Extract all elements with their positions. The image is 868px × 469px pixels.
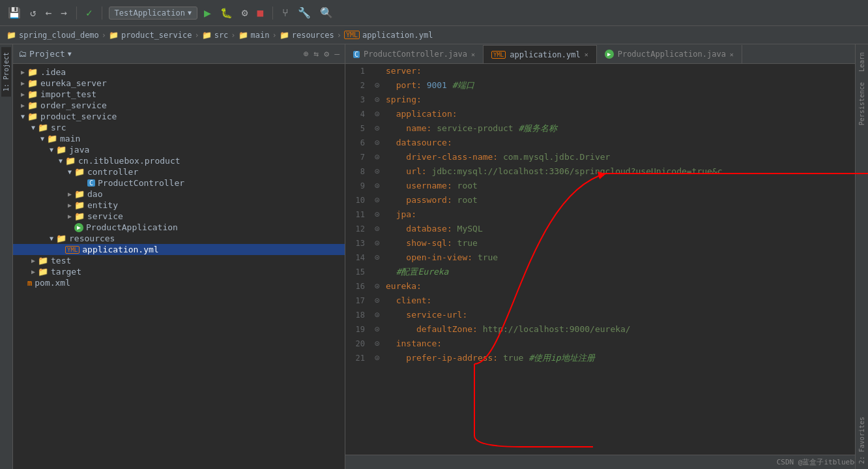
code-line-14: 14 ⊙ open-in-view: true (345, 250, 868, 265)
line-number: 19 (345, 322, 371, 337)
tree-item-java[interactable]: ▼ 📁 java (13, 144, 345, 155)
tab-product-application[interactable]: ▶ ProductApplication.java ✕ (597, 45, 742, 63)
tree-item-cn[interactable]: ▼ 📁 cn.itbluebox.product (13, 155, 345, 166)
toolbar-forward-icon[interactable]: → (58, 5, 70, 20)
code-line-9: 9 ⊙ username: root (345, 179, 868, 193)
tab-close-icon[interactable]: ✕ (585, 51, 588, 58)
code-line-16: 16 ⊙ eureka: (345, 279, 868, 294)
tree-label: application.yml (82, 245, 158, 254)
line-number: 8 (345, 164, 371, 179)
line-number: 14 (345, 250, 371, 265)
tree-label: .idea (40, 67, 66, 77)
gear-icon[interactable]: ⚙ (324, 49, 329, 59)
tree-item-pom[interactable]: ▶ m pom.xml (13, 277, 345, 288)
folder-icon: 📁 (74, 189, 85, 199)
tree-item-import-test[interactable]: ▶ 📁 import_test (13, 89, 345, 100)
line-gutter: ⊙ (371, 107, 383, 121)
debug-icon[interactable]: 🐛 (218, 6, 235, 20)
folder-icon: 📁 (38, 256, 48, 265)
tab-close-icon[interactable]: ✕ (471, 51, 475, 58)
xml-icon: m (27, 279, 32, 288)
line-content: datasource: (383, 136, 868, 150)
tab-application-yml[interactable]: YML application.yml ✕ (484, 45, 597, 63)
tree-item-service[interactable]: ▶ 📁 service (13, 211, 345, 222)
line-gutter: ⊙ (371, 236, 383, 250)
tree-item-idea[interactable]: ▶ 📁 .idea (13, 67, 345, 78)
tree-item-test[interactable]: ▶ 📁 test (13, 255, 345, 266)
tree-arrow: ▶ (29, 268, 38, 275)
tab-product-controller[interactable]: C ProductController.java ✕ (345, 45, 484, 63)
tree-item-main[interactable]: ▼ 📁 main (13, 133, 345, 144)
run-icon[interactable]: ▶ (201, 5, 214, 21)
code-line-11: 11 ⊙ jpa: (345, 207, 868, 222)
line-gutter: ⊙ (371, 351, 383, 365)
chevron-down-icon[interactable]: ▼ (68, 50, 72, 57)
tree-item-productapplication[interactable]: ▶ ▶ ProductApplication (13, 222, 345, 233)
breadcrumb-product-service[interactable]: 📁 product_service (109, 31, 192, 40)
tree-item-resources[interactable]: ▼ 📁 resources (13, 233, 345, 244)
tree-arrow: ▼ (38, 135, 47, 142)
code-line-21: 21 ⊙ prefer-ip-address: true #使用ip地址注册 (345, 351, 868, 365)
stop-icon[interactable]: ■ (254, 5, 266, 20)
tree-arrow: ▶ (18, 102, 27, 109)
breadcrumb-product-service-label: product_service (121, 31, 192, 40)
tree-item-application-yml[interactable]: ▶ YML application.yml (13, 244, 345, 255)
minimize-icon[interactable]: — (334, 49, 340, 59)
line-content: server: (383, 64, 868, 78)
breadcrumb-main[interactable]: 📁 main (239, 31, 270, 40)
line-gutter: ⊙ (371, 279, 383, 294)
line-content: show-sql: true (383, 236, 868, 250)
breadcrumb-root[interactable]: 📁 spring_cloud_demo (7, 31, 99, 40)
breadcrumb-resources[interactable]: 📁 resources (280, 31, 334, 40)
locate-icon[interactable]: ⊕ (304, 49, 309, 59)
folder-icon: 📁 (7, 31, 16, 40)
tree-item-dao[interactable]: ▶ 📁 dao (13, 189, 345, 200)
project-tree: ▶ 📁 .idea ▶ 📁 eureka_server ▶ 📁 import_t… (13, 64, 345, 469)
tree-item-order-service[interactable]: ▶ 📁 order_service (13, 100, 345, 111)
code-line-18: 18 ⊙ service-url: (345, 308, 868, 322)
breadcrumb-src-label: src (214, 31, 229, 40)
toolbar-back-icon[interactable]: ← (43, 5, 55, 20)
toolbar-refresh-icon[interactable]: ↺ (27, 5, 39, 20)
tree-label: dao (87, 189, 102, 199)
line-number: 2 (345, 78, 371, 93)
settings-icon[interactable]: 🔧 (295, 5, 313, 20)
line-number: 11 (345, 207, 371, 222)
search-icon[interactable]: 🔍 (317, 5, 336, 20)
tree-item-controller[interactable]: ▼ 📁 controller (13, 166, 345, 177)
line-content: database: MySQL (383, 222, 868, 236)
sidebar-item-learn[interactable]: Learn (857, 47, 867, 77)
sidebar-item-persistence[interactable]: Persistence (857, 77, 867, 130)
tree-item-entity[interactable]: ▶ 📁 entity (13, 200, 345, 211)
line-gutter: ⊙ (371, 322, 383, 337)
line-content: port: 9001 #端口 (383, 78, 868, 93)
coverage-icon[interactable]: ⚙ (239, 5, 251, 20)
code-line-2: 2 ⊙ port: 9001 #端口 (345, 78, 868, 93)
line-gutter: ⊙ (371, 193, 383, 207)
tree-item-product-service[interactable]: ▼ 📁 product_service (13, 111, 345, 122)
tree-label: resources (69, 234, 115, 243)
git-icon[interactable]: ⑂ (280, 5, 291, 20)
breadcrumb-src[interactable]: 📁 src (202, 31, 229, 40)
sidebar-item-favorites[interactable]: 2: Favorites (857, 412, 867, 469)
code-editor[interactable]: 1 server: 2 ⊙ port: 9001 #端口 3 ⊙ spring: (345, 64, 868, 455)
yml-icon: YML (344, 31, 360, 39)
toolbar-check-icon[interactable]: ✓ (83, 5, 95, 20)
project-panel-header: 🗂 Project ▼ ⊕ ⇆ ⚙ — (13, 44, 345, 64)
tree-item-target[interactable]: ▶ 📁 target (13, 266, 345, 277)
breadcrumb-yml-label: application.yml (362, 31, 433, 40)
editor-area: C ProductController.java ✕ YML applicati… (345, 44, 868, 469)
app-selector[interactable]: TestApplication ▼ (109, 7, 197, 20)
tree-item-productcontroller[interactable]: ▶ C ProductController (13, 177, 345, 189)
tree-label: src (51, 123, 66, 132)
code-line-1: 1 server: (345, 64, 868, 78)
collapse-icon[interactable]: ⇆ (314, 49, 319, 59)
folder-icon: 📁 (38, 123, 48, 132)
code-line-6: 6 ⊙ datasource: (345, 136, 868, 150)
tab-close-icon[interactable]: ✕ (730, 51, 734, 58)
sidebar-item-project[interactable]: 1: Project (1, 47, 11, 97)
breadcrumb-yml[interactable]: YML application.yml (344, 31, 433, 40)
tree-item-src[interactable]: ▼ 📁 src (13, 122, 345, 133)
tree-item-eureka-server[interactable]: ▶ 📁 eureka_server (13, 78, 345, 89)
toolbar-save-icon[interactable]: 💾 (5, 5, 23, 20)
